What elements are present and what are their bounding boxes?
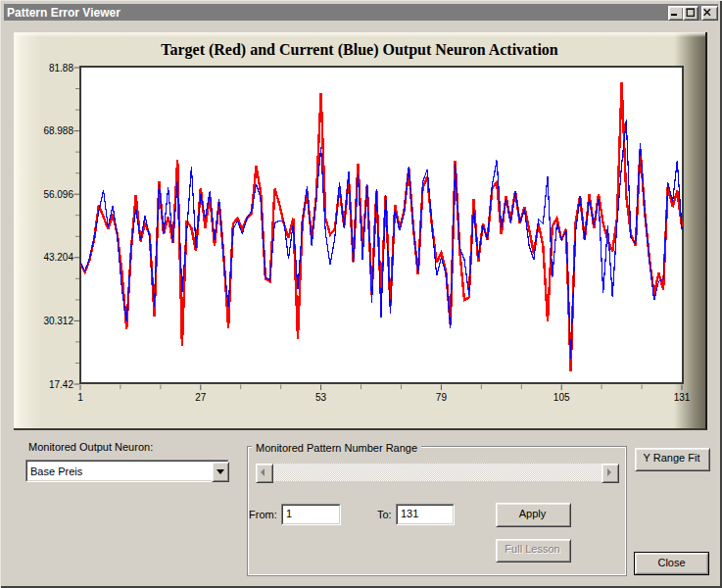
svg-text:56.096: 56.096 <box>43 189 73 200</box>
svg-text:79: 79 <box>436 392 448 403</box>
svg-text:17.42: 17.42 <box>49 379 73 390</box>
svg-text:1: 1 <box>77 392 83 403</box>
svg-text:131: 131 <box>674 392 691 403</box>
svg-text:30.312: 30.312 <box>43 316 73 326</box>
svg-text:105: 105 <box>554 392 570 403</box>
svg-text:68.988: 68.988 <box>43 125 73 136</box>
svg-text:27: 27 <box>195 392 207 403</box>
svg-text:53: 53 <box>315 392 327 403</box>
svg-text:81.88: 81.88 <box>49 63 73 74</box>
svg-text:43.204: 43.204 <box>43 252 73 263</box>
